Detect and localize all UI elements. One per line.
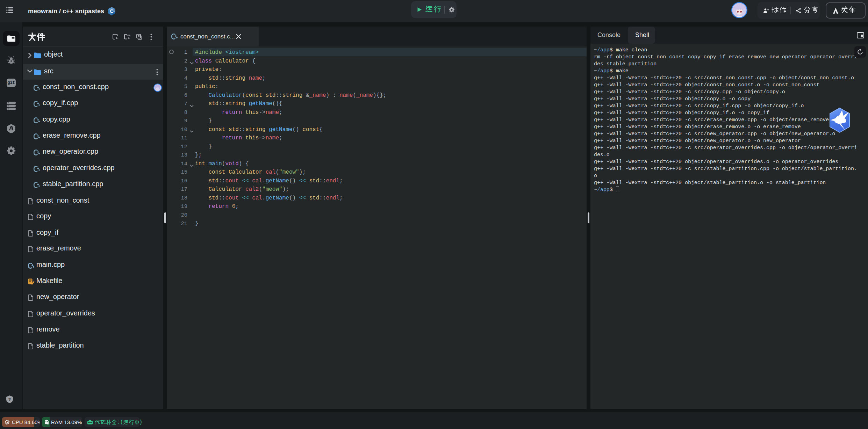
svg-text:C: C bbox=[110, 8, 114, 14]
svg-text:?: ? bbox=[8, 397, 11, 402]
